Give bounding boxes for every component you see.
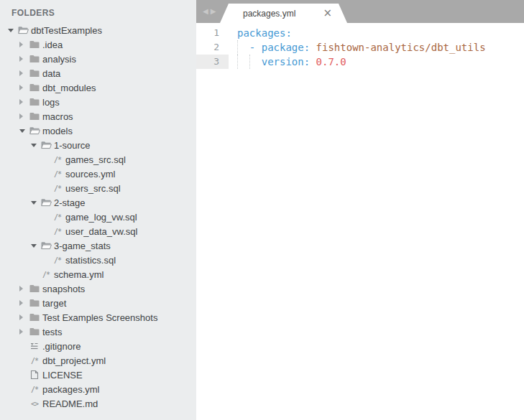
tree-item-file[interactable]: /* dbt_project.yml xyxy=(0,353,196,368)
chevron-right-icon[interactable] xyxy=(17,314,29,320)
tree-item-file[interactable]: /* sources.yml xyxy=(0,167,196,181)
tree-item-file[interactable]: /* packages.yml xyxy=(0,382,196,396)
tree-item-file[interactable]: /* schema.yml xyxy=(0,267,196,281)
line-number: 2 xyxy=(196,40,229,55)
nav-forward-icon[interactable]: ▶ xyxy=(211,8,216,15)
chevron-down-icon[interactable] xyxy=(29,144,40,147)
markup-file-icon: <> xyxy=(29,398,40,409)
chevron-right-icon[interactable] xyxy=(17,42,29,47)
tree-item-label: 3-game_stats xyxy=(54,241,111,251)
code-file-icon: /* xyxy=(29,355,40,366)
code-file-icon: /* xyxy=(52,182,63,194)
tree-item-folder[interactable]: dbtTestExamples xyxy=(0,23,196,37)
close-icon[interactable]: × xyxy=(323,8,332,19)
code-file-icon: /* xyxy=(29,383,40,395)
tree-item-label: logs xyxy=(42,97,60,108)
chevron-down-icon[interactable] xyxy=(17,129,29,133)
chevron-right-icon[interactable] xyxy=(17,300,29,306)
document-file-icon xyxy=(29,369,40,381)
tab-packages-yml[interactable]: packages.yml × xyxy=(220,4,347,23)
tree-item-folder[interactable]: logs xyxy=(0,95,196,109)
chevron-right-icon[interactable] xyxy=(17,329,29,335)
tree-item-folder[interactable]: target xyxy=(0,296,196,310)
tree-item-label: dbtTestExamples xyxy=(31,25,102,36)
tree-item-file[interactable]: /* users_src.sql xyxy=(0,181,196,195)
tree-item-folder[interactable]: tests xyxy=(0,325,196,339)
tree-item-label: macros xyxy=(42,111,73,122)
tab-label: packages.yml xyxy=(243,9,323,19)
tree-item-label: dbt_modules xyxy=(42,83,96,93)
tree-item-label: .idea xyxy=(42,39,63,50)
tree-item-file[interactable]: /* games_src.sql xyxy=(0,152,196,167)
folder-icon xyxy=(29,297,40,309)
chevron-right-icon[interactable] xyxy=(17,85,29,90)
indent-guide xyxy=(249,55,250,69)
chevron-down-icon[interactable] xyxy=(29,244,40,248)
chevron-right-icon[interactable] xyxy=(17,286,29,291)
tree-item-label: game_log_vw.sql xyxy=(65,212,137,223)
tree-item-file[interactable]: /* game_log_vw.sql xyxy=(0,210,196,224)
folder-icon xyxy=(29,283,40,294)
indent-guide xyxy=(237,55,238,69)
code-file-icon: /* xyxy=(52,168,63,179)
tree-item-folder[interactable]: Test Examples Screenshots xyxy=(0,310,196,325)
code-file-icon: /* xyxy=(52,254,63,266)
tree-item-label: analysis xyxy=(42,54,76,65)
tree-item-label: models xyxy=(42,126,73,136)
tree-item-folder[interactable]: 1-source xyxy=(0,138,196,152)
code-line-current: 3 version: 0.7.0 xyxy=(196,55,524,69)
code-editor[interactable]: 1 packages: 2 - package: fishtown-analyt… xyxy=(196,23,524,69)
tree-item-label: .gitignore xyxy=(42,341,81,352)
tree-item-label: games_src.sql xyxy=(65,154,126,165)
nav-back-icon[interactable]: ◀ xyxy=(203,8,208,15)
tree-item-folder[interactable]: .idea xyxy=(0,37,196,52)
tree-item-folder[interactable]: models xyxy=(0,123,196,138)
folder-icon xyxy=(29,96,40,108)
chevron-right-icon[interactable] xyxy=(17,99,29,105)
tree-item-label: LICENSE xyxy=(42,370,83,381)
folder-icon xyxy=(29,111,40,122)
chevron-right-icon[interactable] xyxy=(17,113,29,119)
tree-item-label: data xyxy=(42,68,60,79)
chevron-down-icon[interactable] xyxy=(29,201,40,205)
code-file-icon: /* xyxy=(52,225,63,237)
tree-item-folder[interactable]: snapshots xyxy=(0,281,196,296)
folder-open-icon xyxy=(40,197,52,208)
tree-item-folder[interactable]: 2-stage xyxy=(0,195,196,210)
tree-item-file[interactable]: .gitignore xyxy=(0,339,196,353)
code-line: 1 packages: xyxy=(196,26,524,40)
tree-item-file[interactable]: <> README.md xyxy=(0,396,196,411)
folder-open-icon xyxy=(40,240,52,251)
tree-item-label: schema.yml xyxy=(54,269,104,280)
folder-icon xyxy=(29,53,40,65)
tree-item-folder[interactable]: analysis xyxy=(0,52,196,66)
chevron-right-icon[interactable] xyxy=(17,56,29,62)
folder-icon xyxy=(29,312,40,323)
chevron-down-icon[interactable] xyxy=(6,29,17,32)
code-line: 2 - package: fishtown-analytics/dbt_util… xyxy=(196,40,524,55)
tree-item-folder[interactable]: dbt_modules xyxy=(0,80,196,95)
tab-bar: ◀ ▶ packages.yml × xyxy=(196,0,524,23)
tree-item-label: 1-source xyxy=(54,140,91,151)
tree-item-label: README.md xyxy=(42,398,98,409)
tree-item-file[interactable]: /* user_data_vw.sql xyxy=(0,224,196,238)
tree-item-label: user_data_vw.sql xyxy=(65,226,137,237)
tree-item-label: statistics.sql xyxy=(65,255,116,266)
line-number: 1 xyxy=(196,26,229,40)
tree-item-folder[interactable]: data xyxy=(0,66,196,80)
chevron-right-icon[interactable] xyxy=(17,70,29,76)
indent-guide xyxy=(237,40,238,55)
folder-open-icon xyxy=(17,24,29,36)
tree-item-label: packages.yml xyxy=(42,384,99,395)
folder-open-icon xyxy=(29,125,40,136)
tree-item-label: tests xyxy=(42,327,62,337)
tree-item-folder[interactable]: macros xyxy=(0,109,196,123)
tree-item-label: sources.yml xyxy=(65,169,115,179)
tree-item-file[interactable]: /* statistics.sql xyxy=(0,253,196,267)
tree-item-file[interactable]: LICENSE xyxy=(0,368,196,382)
code-file-icon: /* xyxy=(52,211,63,223)
sidebar-header: FOLDERS xyxy=(0,6,196,20)
tree-item-folder[interactable]: 3-game_stats xyxy=(0,238,196,253)
folders-sidebar: FOLDERS dbtTestExamples .idea analysis d… xyxy=(0,0,196,420)
code-file-icon: /* xyxy=(52,154,63,165)
